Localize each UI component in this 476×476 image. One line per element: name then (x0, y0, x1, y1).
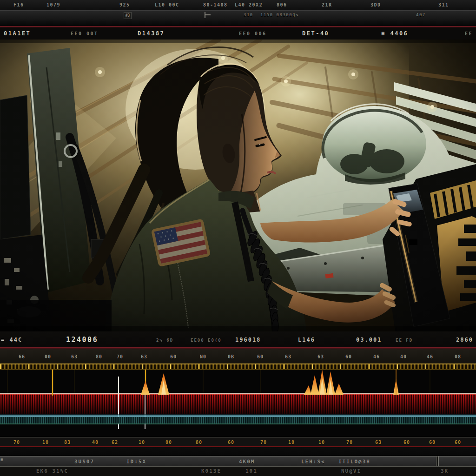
scale-label: 83 (64, 440, 71, 445)
timecode: EE0 006 (239, 31, 267, 36)
scale-label: 62 (112, 440, 118, 445)
scale-label: 10 (42, 440, 49, 445)
timeline-scale-top[interactable]: 66 00 63 80 70 63 60 N0 0B 60 63 63 60 4… (0, 349, 476, 364)
footer-code: EK6 31%C (36, 468, 68, 474)
status-item: ITILO@3H (338, 459, 370, 465)
status-divider (436, 456, 439, 466)
code-readout: 925 (119, 2, 130, 7)
waveform-graphic (0, 370, 476, 437)
scale-label: 60 (170, 354, 177, 359)
scale-label: 00 (45, 354, 51, 359)
scrub-cursor[interactable] (205, 12, 213, 18)
footer-code: K013E (201, 468, 221, 474)
scale-label: 63 (317, 354, 324, 359)
code-readout: 80-1408 (203, 2, 228, 7)
scale-label: 40 (92, 440, 99, 445)
scale-label: 08 (455, 354, 461, 359)
timecode: EE FD (396, 338, 413, 343)
scale-label: 60 (455, 440, 461, 445)
code-readout: L40 20X2 (235, 2, 263, 7)
code-readout: 3DD (370, 2, 381, 7)
code-readout: 806 (277, 2, 287, 7)
code-readout: F16 (13, 2, 24, 7)
code-readout: 407 (416, 13, 426, 17)
scale-label: 10 (288, 440, 295, 445)
timeline-scale-bottom[interactable]: 70 10 83 40 62 10 00 80 60 70 10 10 70 6… (0, 437, 476, 447)
top-code-bar: F16 1079 925 L10 00C 80-1408 L40 20X2 80… (0, 0, 476, 10)
code-readout: 1150 0R300Q< (260, 13, 299, 17)
scale-label: 10 (139, 440, 145, 445)
timecode: DET-40 (302, 30, 329, 37)
scale-label: 70 (117, 354, 123, 359)
code-readout: 1079 (46, 2, 60, 7)
scale-label: 60 (345, 354, 352, 359)
scale-label: 40 (400, 354, 407, 359)
scale-label: 66 (19, 354, 25, 359)
vignette (0, 40, 476, 331)
timecode: 01A1ET (4, 30, 31, 37)
marker-strip[interactable]: #3 310 1150 0R300Q< 407 (0, 10, 476, 21)
footer-code: NU@VI (341, 468, 361, 474)
scale-label: 00 (165, 440, 172, 445)
scale-label: 80 (196, 440, 202, 445)
scale-label: 0B (228, 354, 234, 359)
timecode-bar-bottom: = 44C 124006 2% 6D EE00 E0(0 196018 L146… (0, 331, 476, 347)
scale-label: 46 (373, 354, 380, 359)
divider-strip (0, 447, 476, 456)
timecode: 196018 (235, 337, 261, 343)
audio-waveform-timeline[interactable] (0, 370, 476, 437)
scale-label: N0 (200, 354, 206, 359)
timecode: D14387 (138, 30, 165, 37)
timecode: EE00 E0(0 (191, 338, 222, 343)
scale-label: 60 (228, 440, 234, 445)
hatched-ruler[interactable] (0, 364, 476, 370)
scale-label: 63 (285, 354, 291, 359)
scale-label: 63 (375, 440, 382, 445)
scale-label: 46 (427, 354, 433, 359)
divider-strip (0, 20, 476, 26)
status-item: 3US07 (74, 459, 94, 465)
footer-code-bar: EK6 31%C K013E 101 NU@VI 3K (0, 467, 476, 476)
code-readout: 21R (322, 2, 332, 7)
scale-label: 70 (346, 440, 353, 445)
timecode: 124006 (66, 336, 98, 344)
timecode: 03.001 (356, 337, 382, 343)
timecode: = 44C (1, 337, 22, 343)
frame-marker-chip[interactable]: #3 (124, 12, 132, 19)
code-readout: L10 00C (155, 2, 179, 7)
menu-lines-icon: ≣ (0, 458, 3, 462)
footer-code: 3K (441, 468, 449, 474)
status-bar: ≣ 3US07 ID:5X 4K0M LEH:S< ITILO@3H (0, 456, 476, 467)
status-item: LEH:S< (301, 459, 325, 465)
status-item: ID:5X (126, 459, 146, 465)
scale-label: 70 (13, 440, 20, 445)
footer-code: 101 (245, 468, 258, 474)
scene-illustration (0, 40, 476, 331)
scale-label: 63 (71, 354, 78, 359)
timecode: 2% 6D (156, 338, 173, 343)
timecode: L146 (298, 337, 315, 343)
scale-label: 70 (260, 440, 267, 445)
code-readout: 310 (244, 13, 253, 17)
scale-label: 63 (141, 354, 147, 359)
scale-label: 60 (257, 354, 264, 359)
timecode: ≡ 4406 (381, 30, 408, 37)
timecode-bar-top: 01A1ET EE0 00T D14387 EE0 006 DET-40 ≡ 4… (0, 27, 476, 40)
scale-label: 10 (318, 440, 325, 445)
status-item: 4K0M (239, 459, 255, 465)
timecode: 2860 (456, 337, 473, 343)
timecode: EE0 00T (71, 31, 99, 36)
video-frame-canvas (0, 40, 476, 331)
video-editor-frame: F16 1079 925 L10 00C 80-1408 L40 20X2 80… (0, 0, 476, 476)
scale-label: 60 (429, 440, 436, 445)
scale-label: 80 (96, 354, 102, 359)
sync-track (0, 414, 476, 424)
timecode: EE 6 (465, 31, 476, 36)
scale-label: 60 (403, 440, 410, 445)
code-readout: 311 (438, 2, 449, 7)
